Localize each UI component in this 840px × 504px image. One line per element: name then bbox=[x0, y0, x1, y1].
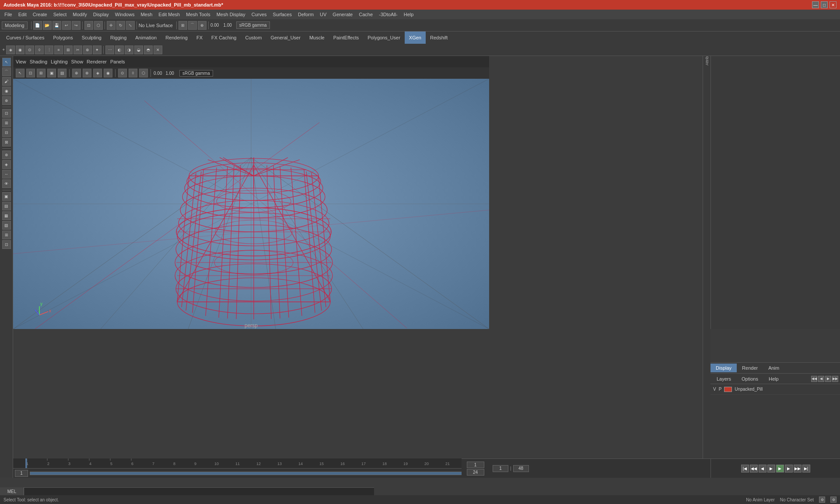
mel-label[interactable]: MEL bbox=[0, 487, 24, 495]
xgen-tool8[interactable]: ✂ bbox=[74, 46, 82, 54]
tab-xgen[interactable]: XGen bbox=[405, 32, 426, 44]
tab-fx[interactable]: FX bbox=[192, 32, 207, 44]
symmetry-btn[interactable]: ↔ bbox=[2, 170, 11, 178]
snap-btn[interactable]: ⊗ bbox=[2, 150, 11, 159]
xgen-tool12[interactable]: ◐ bbox=[115, 46, 124, 54]
soft-select-btn[interactable]: ◈ bbox=[2, 160, 11, 169]
layers-tab[interactable]: Layers bbox=[712, 375, 735, 383]
value-field2[interactable]: 1.00 bbox=[223, 23, 231, 28]
prev-frame-btn[interactable]: ◀ bbox=[759, 465, 766, 472]
render-btn4[interactable]: ▧ bbox=[2, 221, 11, 230]
tab-polygons-user[interactable]: Polygons_User bbox=[363, 32, 405, 44]
snap-grid-btn[interactable]: ⊞ bbox=[178, 21, 187, 30]
extra-btn2[interactable]: ⊡ bbox=[2, 240, 11, 249]
extra-btn1[interactable]: ⊞ bbox=[2, 231, 11, 239]
menu-item-select[interactable]: Select bbox=[51, 11, 70, 18]
menu-item-display[interactable]: Display bbox=[91, 11, 112, 18]
layer-nav-right[interactable]: ▶▶ bbox=[832, 376, 838, 382]
gamma-dropdown[interactable]: sRGB gamma bbox=[236, 21, 270, 29]
menu-item-file[interactable]: File bbox=[2, 11, 15, 18]
select-tool-btn[interactable]: ↖ bbox=[2, 58, 11, 66]
render-btn2[interactable]: ▤ bbox=[2, 202, 11, 210]
menu-item-uv[interactable]: UV bbox=[317, 11, 329, 18]
menu-item-create[interactable]: Create bbox=[30, 11, 50, 18]
xgen-tool5[interactable]: ⋮ bbox=[45, 46, 53, 54]
tab-anim[interactable]: Anim bbox=[763, 364, 784, 372]
next-frame-btn[interactable]: ▶ bbox=[785, 465, 793, 472]
xgen-tool15[interactable]: ◓ bbox=[144, 46, 153, 54]
tab-redshift[interactable]: Redshift bbox=[426, 32, 452, 44]
skip-end-btn[interactable]: ▶| bbox=[802, 465, 810, 472]
char-settings-btn[interactable]: ⚙ bbox=[830, 497, 836, 503]
tab-polygons[interactable]: Polygons bbox=[49, 32, 77, 44]
minimize-button[interactable]: — bbox=[812, 1, 819, 8]
xgen-tool16[interactable]: ✕ bbox=[154, 46, 162, 54]
layout-btn4[interactable]: ⊠ bbox=[2, 138, 11, 147]
vp-tool9[interactable]: ◉ bbox=[104, 69, 112, 77]
menu-item-modify[interactable]: Modify bbox=[70, 11, 89, 18]
lasso-tool-btn[interactable]: ⌒ bbox=[2, 67, 11, 76]
menu-item-edit-mesh[interactable]: Edit Mesh bbox=[156, 11, 182, 18]
redo-btn[interactable]: ↪ bbox=[72, 21, 80, 30]
prev-key-btn[interactable]: ◀◀ bbox=[750, 465, 758, 472]
next-key-btn[interactable]: ▶▶ bbox=[794, 465, 802, 472]
tab-muscle[interactable]: Muscle bbox=[305, 32, 329, 44]
current-frame-input[interactable] bbox=[493, 465, 508, 472]
lasso-btn[interactable]: ⬡ bbox=[94, 21, 103, 30]
move-btn[interactable]: ✛ bbox=[107, 21, 116, 30]
skip-start-btn[interactable]: |◀ bbox=[741, 465, 749, 472]
layout-btn1[interactable]: ⊡ bbox=[2, 109, 11, 118]
menu-item-3dtoall[interactable]: -3DtoAll- bbox=[376, 11, 400, 18]
xgen-tool1[interactable]: ◈ bbox=[6, 46, 15, 54]
tab-general-user[interactable]: General_User bbox=[266, 32, 304, 44]
menu-item-edit[interactable]: Edit bbox=[16, 11, 29, 18]
bottom-frame-input1[interactable] bbox=[467, 462, 484, 468]
vp-menu-panels[interactable]: Panels bbox=[110, 59, 125, 64]
tab-custom[interactable]: Custom bbox=[241, 32, 266, 44]
snap-point-btn[interactable]: ⊕ bbox=[198, 21, 206, 30]
vp-value2[interactable]: 1.00 bbox=[165, 71, 174, 76]
rotate-btn[interactable]: ↻ bbox=[116, 21, 125, 30]
maximize-button[interactable]: □ bbox=[821, 1, 828, 8]
vp-tool2[interactable]: ⊡ bbox=[26, 69, 35, 77]
tab-display[interactable]: Display bbox=[710, 364, 737, 372]
frame-total-input[interactable] bbox=[513, 465, 529, 472]
tab-rigging[interactable]: Rigging bbox=[106, 32, 131, 44]
xgen-tool4[interactable]: ◊ bbox=[35, 46, 44, 54]
xgen-tool9[interactable]: ⊕ bbox=[83, 46, 92, 54]
menu-item-help[interactable]: Help bbox=[401, 11, 416, 18]
mel-input[interactable] bbox=[24, 487, 374, 495]
sculpt-btn[interactable]: ◉ bbox=[2, 87, 11, 95]
new-scene-btn[interactable]: 📄 bbox=[33, 21, 42, 30]
save-scene-btn[interactable]: 💾 bbox=[52, 21, 61, 30]
layer-nav-prev[interactable]: ◀ bbox=[818, 376, 824, 382]
tab-animation[interactable]: Animation bbox=[131, 32, 161, 44]
undo-btn[interactable]: ↩ bbox=[62, 21, 71, 30]
menu-item-curves[interactable]: Curves bbox=[249, 11, 270, 18]
paint-btn[interactable]: 🖌 bbox=[2, 77, 11, 86]
select-mode-btn[interactable]: ⊡ bbox=[84, 21, 93, 30]
xgen-tool7[interactable]: ⊞ bbox=[64, 46, 73, 54]
vp-tool10[interactable]: ⊙ bbox=[118, 69, 127, 77]
menu-item-mesh[interactable]: Mesh bbox=[138, 11, 155, 18]
tab-paint-effects[interactable]: PaintEffects bbox=[329, 32, 364, 44]
xgen-tool11[interactable]: ⋯ bbox=[105, 46, 114, 54]
close-button[interactable]: ✕ bbox=[830, 1, 836, 8]
vp-tool12[interactable]: ⬡ bbox=[139, 69, 148, 77]
vp-menu-renderer[interactable]: Renderer bbox=[87, 59, 107, 64]
xgen-tool6[interactable]: ≡ bbox=[54, 46, 63, 54]
vp-menu-show[interactable]: Show bbox=[71, 59, 84, 64]
layer-name[interactable]: Unpacked_Pill bbox=[735, 387, 763, 392]
visibility-btn[interactable]: 👁 bbox=[2, 179, 11, 188]
layout-btn2[interactable]: ⊞ bbox=[2, 119, 11, 127]
vp-menu-shading[interactable]: Shading bbox=[30, 59, 47, 64]
xgen-tool10[interactable]: ✦ bbox=[93, 46, 102, 54]
range-slider[interactable] bbox=[30, 472, 472, 475]
anim-settings-btn[interactable]: ⚙ bbox=[819, 497, 825, 503]
xgen-tool13[interactable]: ◑ bbox=[125, 46, 133, 54]
tab-fx-caching[interactable]: FX Caching bbox=[207, 32, 241, 44]
vp-value1[interactable]: 0.00 bbox=[154, 71, 162, 76]
range-start-input[interactable] bbox=[15, 470, 28, 477]
vp-menu-lighting[interactable]: Lighting bbox=[51, 59, 68, 64]
viewport-3d[interactable]: x y persp bbox=[13, 79, 489, 329]
